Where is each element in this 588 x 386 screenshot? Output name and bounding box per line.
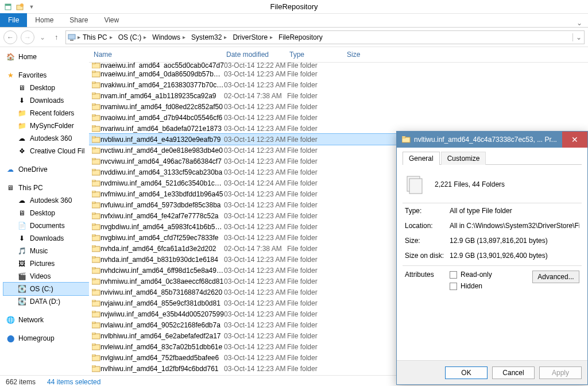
file-tab[interactable]: File — [0, 13, 27, 27]
bc-osc[interactable]: OS (C:) — [118, 33, 142, 41]
file-name: nvjaiwu.inf_amd64_855e9cf381db0d81 — [100, 299, 224, 307]
file-name: nvariwu.inf_amd64_b6adefa0721e1873 — [100, 125, 224, 133]
chevron-right-icon[interactable]: ▸ — [183, 34, 185, 40]
file-date: 03-Oct-14 12:23 AM — [224, 267, 287, 275]
nav-home[interactable]: 🏠Home — [3, 51, 89, 63]
table-row[interactable]: nvaeiwu.inf_amd64_0da86509db57bd7503-Oct… — [89, 68, 588, 79]
qat-dropdown-icon[interactable]: ▼ — [26, 2, 37, 12]
tab-customize[interactable]: Customize — [441, 152, 486, 165]
bc-thispc[interactable]: This PC — [83, 33, 107, 41]
cancel-button[interactable]: Cancel — [492, 366, 535, 379]
sidebar-item[interactable]: 🎵Music — [3, 245, 89, 257]
file-date: 03-Oct-14 12:23 AM — [224, 125, 287, 133]
sidebar-item[interactable]: 🖥Desktop — [3, 207, 89, 219]
readonly-checkbox[interactable]: Read-only — [450, 271, 532, 279]
qat-newfolder-icon[interactable] — [15, 2, 25, 12]
sidebar-item[interactable]: 🖼Pictures — [3, 257, 89, 270]
sidebar-item[interactable]: ☁Autodesk 360 — [3, 132, 89, 145]
file-type: File folder — [287, 81, 345, 89]
nav-item-label: Desktop — [30, 209, 55, 217]
multi-folder-icon — [405, 174, 425, 195]
svg-rect-41 — [92, 245, 95, 247]
col-type[interactable]: Type — [287, 47, 345, 62]
sidebar-item[interactable]: ⬇Downloads — [3, 232, 89, 245]
breadcrumb[interactable]: ▸ This PC▸ OS (C:)▸ Windows▸ System32▸ D… — [65, 30, 585, 44]
file-name: nvjwiwu.inf_amd64_e35b44d005207599 — [100, 310, 224, 318]
nav-item-icon: 📄 — [17, 221, 26, 230]
table-row[interactable]: nvamiwu.inf_amd64_fd08ed22c852af5003-Oct… — [89, 101, 588, 112]
folder-icon — [89, 365, 100, 372]
nav-favorites[interactable]: ★Favorites — [3, 69, 89, 82]
folder-icon — [89, 278, 100, 285]
file-name: nvhdciwu.inf_amd64_6ff98d1c5e8a49a7 — [100, 267, 224, 275]
nav-item-label: Pictures — [30, 260, 55, 268]
sidebar-item[interactable]: 📁MySyncFolder — [3, 119, 89, 132]
sidebar-item[interactable]: 📁Recent folders — [3, 107, 89, 119]
col-name[interactable]: Name — [89, 47, 224, 62]
advanced-button[interactable]: Advanced... — [532, 271, 579, 283]
file-name: nvlaiwu.inf_amd64_9052c2168fe6db7a — [100, 321, 224, 329]
nav-item-label: Recent folders — [30, 109, 74, 117]
pc-icon: 🖥 — [6, 183, 15, 192]
table-row[interactable]: nvam.inf_amd64_a1b1189235ca92a902-Oct-14… — [89, 90, 588, 101]
tab-home[interactable]: Home — [27, 13, 61, 27]
file-name: nvgbiwu.inf_amd64_cfd7f259ec7833fe — [100, 234, 224, 242]
up-button[interactable]: ↑ — [51, 32, 62, 43]
bc-windows[interactable]: Windows — [152, 33, 180, 41]
nav-item-label: Downloads — [30, 96, 64, 105]
sidebar-item[interactable]: 💽DATA (D:) — [3, 295, 89, 308]
apply-button[interactable]: Apply — [539, 366, 582, 379]
dialog-title: nvltiwu.inf_amd64_46c4a73338c7ec53, ... … — [414, 136, 562, 144]
file-type: File folder — [287, 277, 345, 285]
location-label: Location: — [405, 222, 450, 230]
forward-button[interactable]: → — [21, 30, 34, 44]
tab-general[interactable]: General — [403, 152, 440, 165]
tab-share[interactable]: Share — [61, 13, 96, 27]
ribbon-expand-icon[interactable]: ⌄ — [571, 19, 588, 27]
file-name: nvhda.inf_amd64_b831b930dc1e6184 — [100, 256, 224, 264]
ok-button[interactable]: OK — [445, 366, 488, 379]
tab-view[interactable]: View — [96, 13, 127, 27]
hidden-checkbox[interactable]: Hidden — [450, 282, 532, 290]
sidebar-item[interactable]: 📄Documents — [3, 219, 89, 232]
file-type: File folder — [287, 157, 345, 165]
nav-homegroup[interactable]: ⬤Homegroup — [3, 332, 89, 345]
table-row[interactable]: nvaoiwu.inf_amd64_d7b944bc05546cf603-Oct… — [89, 112, 588, 123]
nav-item-label: Creative Cloud Fil — [30, 147, 84, 155]
col-date[interactable]: Date modified — [224, 47, 287, 62]
svg-rect-51 — [92, 300, 95, 302]
col-size[interactable]: Size — [345, 47, 390, 62]
bc-driverstore[interactable]: DriverStore — [233, 33, 268, 41]
nav-thispc[interactable]: 🖥This PC — [3, 182, 89, 194]
history-dropdown-icon[interactable]: ⌄ — [38, 33, 47, 41]
bc-system32[interactable]: System32 — [191, 33, 222, 41]
table-row[interactable]: nvakiwu.inf_amd64_2163830377b70cd303-Oct… — [89, 79, 588, 90]
chevron-right-icon[interactable]: ▸ — [224, 34, 227, 40]
back-button[interactable]: ← — [3, 30, 17, 44]
close-button[interactable]: ✕ — [562, 132, 587, 148]
bc-filerepo[interactable]: FileRepository — [278, 33, 323, 41]
svg-rect-15 — [92, 103, 95, 105]
location-value: All in C:\Windows\System32\DriverStore\F… — [450, 222, 579, 230]
sizeondisk-value: 12.9 GB (13,901,926,400 bytes) — [450, 252, 579, 260]
breadcrumb-dropdown-icon[interactable]: ⌄ — [572, 33, 584, 41]
folder-icon — [89, 125, 100, 132]
folder-icon — [89, 245, 100, 252]
dialog-titlebar[interactable]: nvltiwu.inf_amd64_46c4a73338c7ec53, ... … — [397, 132, 587, 148]
sidebar-item[interactable]: ❖Creative Cloud Fil — [3, 145, 89, 157]
sidebar-item[interactable]: 🎬Videos — [3, 270, 89, 283]
sidebar-item[interactable]: 💽OS (C:) — [3, 283, 89, 295]
nav-onedrive[interactable]: ☁OneDrive — [3, 163, 89, 176]
nav-network[interactable]: 🌐Network — [3, 314, 89, 326]
file-type: File folder — [287, 288, 345, 296]
sidebar-item[interactable]: 🖥Desktop — [3, 82, 89, 94]
file-date: 03-Oct-14 12:23 AM — [224, 81, 287, 89]
sidebar-item[interactable]: ☁Autodesk 360 — [3, 194, 89, 207]
file-date: 03-Oct-14 12:23 AM — [224, 288, 287, 296]
qat-properties-icon[interactable] — [3, 2, 14, 12]
sidebar-item[interactable]: ⬇Downloads — [3, 94, 89, 107]
chevron-right-icon[interactable]: ▸ — [110, 34, 113, 40]
folder-icon — [89, 136, 100, 143]
chevron-right-icon[interactable]: ▸ — [144, 34, 146, 40]
chevron-right-icon[interactable]: ▸ — [270, 34, 273, 40]
